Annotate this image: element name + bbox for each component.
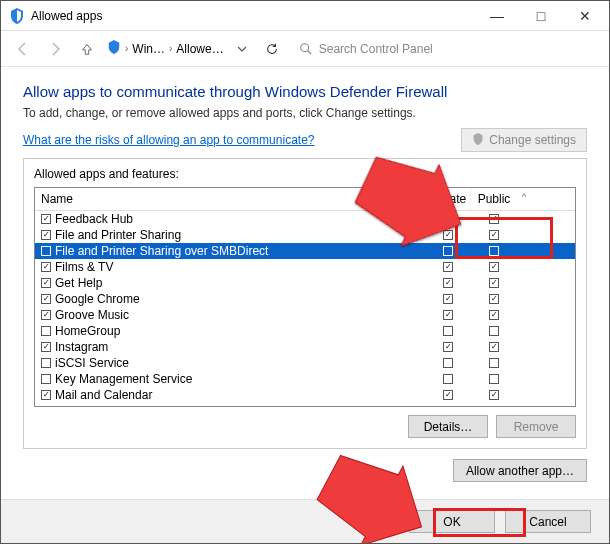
private-checkbox[interactable] <box>443 390 453 400</box>
column-private[interactable]: Private <box>425 188 471 210</box>
private-checkbox[interactable] <box>443 262 453 272</box>
group-title: Allowed apps and features: <box>34 167 576 181</box>
enable-checkbox[interactable] <box>41 294 51 304</box>
up-button[interactable] <box>75 37 99 61</box>
app-list[interactable]: Name Private Public ^ Feedback HubFile a… <box>34 187 576 407</box>
private-checkbox[interactable] <box>443 214 453 224</box>
shield-small-icon <box>107 40 121 57</box>
public-checkbox[interactable] <box>489 214 499 224</box>
table-row[interactable]: Feedback Hub <box>35 211 575 227</box>
private-checkbox[interactable] <box>443 326 453 336</box>
minimize-button[interactable]: — <box>475 1 519 31</box>
app-name-label: Google Chrome <box>55 292 140 306</box>
table-row[interactable]: iSCSI Service <box>35 355 575 371</box>
nav-bar: › Win… › Allowe… Search Control Panel <box>1 31 609 67</box>
svg-point-0 <box>300 43 308 51</box>
table-row[interactable]: HomeGroup <box>35 323 575 339</box>
public-checkbox[interactable] <box>489 262 499 272</box>
private-checkbox[interactable] <box>443 310 453 320</box>
app-name-label: Films & TV <box>55 260 113 274</box>
breadcrumb-dropdown[interactable] <box>232 39 252 59</box>
enable-checkbox[interactable] <box>41 230 51 240</box>
maximize-button[interactable]: □ <box>519 1 563 31</box>
private-checkbox[interactable] <box>443 246 453 256</box>
window-title: Allowed apps <box>31 9 102 23</box>
enable-checkbox[interactable] <box>41 390 51 400</box>
column-scroll-up-icon[interactable]: ^ <box>517 188 531 210</box>
enable-checkbox[interactable] <box>41 310 51 320</box>
public-checkbox[interactable] <box>489 342 499 352</box>
refresh-button[interactable] <box>260 37 284 61</box>
forward-button[interactable] <box>43 37 67 61</box>
private-checkbox[interactable] <box>443 278 453 288</box>
public-checkbox[interactable] <box>489 326 499 336</box>
app-name-label: Feedback Hub <box>55 212 133 226</box>
remove-button: Remove <box>496 415 576 438</box>
page-heading: Allow apps to communicate through Window… <box>23 83 587 100</box>
app-name-label: iSCSI Service <box>55 356 129 370</box>
public-checkbox[interactable] <box>489 358 499 368</box>
public-checkbox[interactable] <box>489 390 499 400</box>
app-name-label: HomeGroup <box>55 324 120 338</box>
enable-checkbox[interactable] <box>41 358 51 368</box>
table-row[interactable]: Get Help <box>35 275 575 291</box>
enable-checkbox[interactable] <box>41 342 51 352</box>
private-checkbox[interactable] <box>443 294 453 304</box>
risk-link[interactable]: What are the risks of allowing an app to… <box>23 133 314 147</box>
enable-checkbox[interactable] <box>41 214 51 224</box>
app-name-label: Groove Music <box>55 308 129 322</box>
app-name-label: File and Printer Sharing <box>55 228 181 242</box>
search-input[interactable]: Search Control Panel <box>292 37 599 61</box>
private-checkbox[interactable] <box>443 342 453 352</box>
close-button[interactable]: ✕ <box>563 1 607 31</box>
enable-checkbox[interactable] <box>41 374 51 384</box>
ok-button[interactable]: OK <box>409 510 495 533</box>
cancel-button[interactable]: Cancel <box>505 510 591 533</box>
chevron-right-icon: › <box>169 43 172 54</box>
table-row[interactable]: Groove Music <box>35 307 575 323</box>
table-row[interactable]: Films & TV <box>35 259 575 275</box>
enable-checkbox[interactable] <box>41 246 51 256</box>
details-button[interactable]: Details… <box>408 415 488 438</box>
breadcrumb-item[interactable]: Allowe… <box>176 42 223 56</box>
breadcrumb[interactable]: › Win… › Allowe… <box>107 40 224 57</box>
page-subtext: To add, change, or remove allowed apps a… <box>23 106 587 120</box>
table-row[interactable]: Instagram <box>35 339 575 355</box>
private-checkbox[interactable] <box>443 374 453 384</box>
back-button[interactable] <box>11 37 35 61</box>
table-row[interactable]: Google Chrome <box>35 291 575 307</box>
public-checkbox[interactable] <box>489 374 499 384</box>
search-icon <box>299 42 313 56</box>
title-bar: Allowed apps — □ ✕ <box>1 1 609 31</box>
table-row[interactable]: File and Printer Sharing <box>35 227 575 243</box>
breadcrumb-item[interactable]: Win… <box>132 42 165 56</box>
private-checkbox[interactable] <box>443 230 453 240</box>
private-checkbox[interactable] <box>443 358 453 368</box>
table-row[interactable]: Key Management Service <box>35 371 575 387</box>
public-checkbox[interactable] <box>489 230 499 240</box>
change-settings-button[interactable]: Change settings <box>461 128 587 152</box>
allow-another-app-button[interactable]: Allow another app… <box>453 459 587 482</box>
app-name-label: Instagram <box>55 340 108 354</box>
dialog-button-bar: OK Cancel <box>1 499 609 543</box>
app-name-label: File and Printer Sharing over SMBDirect <box>55 244 268 258</box>
public-checkbox[interactable] <box>489 278 499 288</box>
table-row[interactable]: File and Printer Sharing over SMBDirect <box>35 243 575 259</box>
public-checkbox[interactable] <box>489 294 499 304</box>
table-row[interactable]: Mail and Calendar <box>35 387 575 403</box>
app-name-label: Get Help <box>55 276 102 290</box>
app-name-label: Key Management Service <box>55 372 192 386</box>
enable-checkbox[interactable] <box>41 278 51 288</box>
enable-checkbox[interactable] <box>41 326 51 336</box>
shield-icon <box>9 8 25 24</box>
chevron-right-icon: › <box>125 43 128 54</box>
svg-line-1 <box>307 50 311 54</box>
public-checkbox[interactable] <box>489 310 499 320</box>
column-name[interactable]: Name <box>35 188 425 210</box>
app-name-label: Mail and Calendar <box>55 388 152 402</box>
public-checkbox[interactable] <box>489 246 499 256</box>
search-placeholder: Search Control Panel <box>319 42 433 56</box>
column-public[interactable]: Public <box>471 188 517 210</box>
enable-checkbox[interactable] <box>41 262 51 272</box>
shield-grey-icon <box>472 133 484 148</box>
